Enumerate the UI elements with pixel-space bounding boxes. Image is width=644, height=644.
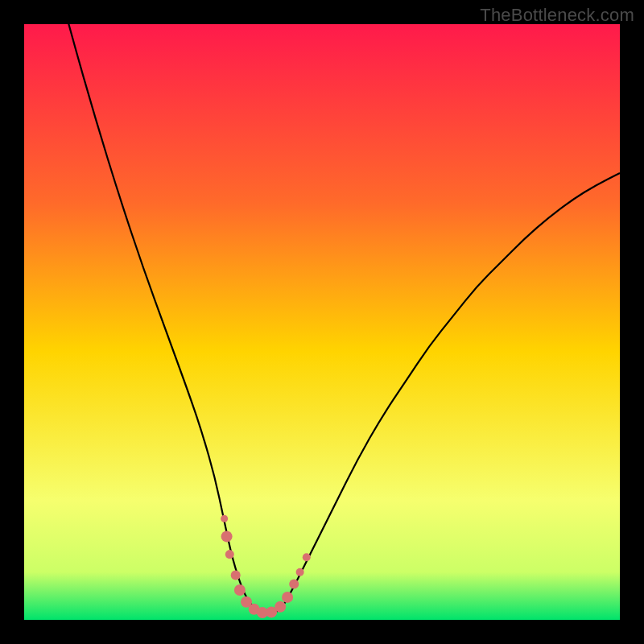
data-marker [221, 530, 233, 542]
data-marker [231, 571, 241, 580]
data-marker [303, 553, 311, 561]
bottleneck-chart [24, 24, 620, 620]
chart-frame: TheBottleneck.com [0, 0, 644, 644]
data-marker [289, 580, 299, 589]
data-marker [221, 515, 228, 522]
data-marker [282, 592, 293, 603]
data-marker [275, 601, 286, 613]
watermark-text: TheBottleneck.com [480, 5, 634, 26]
data-marker [225, 550, 234, 559]
plot-area [24, 24, 620, 620]
data-marker [296, 568, 304, 576]
data-marker [234, 584, 246, 596]
